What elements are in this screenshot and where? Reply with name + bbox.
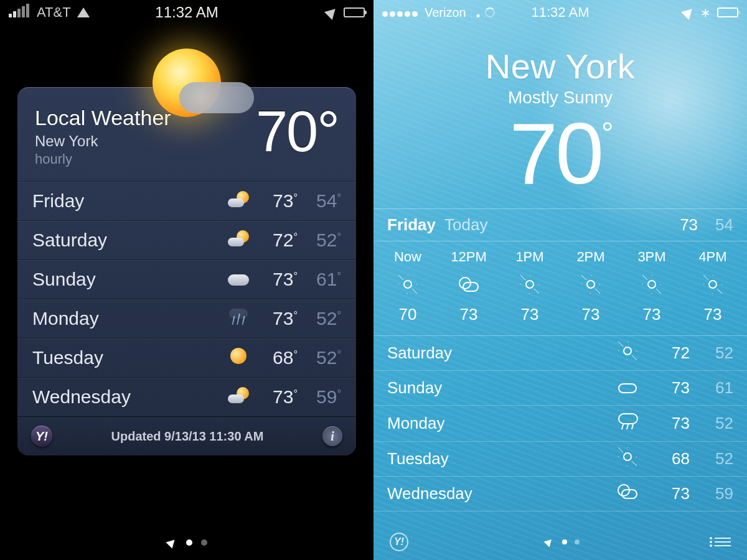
day-label: Sunday [32,269,223,290]
day-label: Tuesday [387,449,609,469]
hour-cell: 4PM 73 [682,249,743,324]
rain-icon [609,413,646,434]
high-temp: 73 [646,378,690,398]
cloudy-icon [609,378,646,398]
day-label: Monday [32,308,223,329]
low-temp: 52 [690,343,733,363]
partly-cloudy-icon [223,386,254,408]
hour-temp: 73 [560,305,621,324]
sunny-icon [499,274,560,295]
high-temp: 73 [646,484,690,503]
yahoo-icon[interactable]: Y! [390,533,408,551]
rain-icon [223,308,254,329]
city-label: New York [374,46,747,86]
sunny-icon [621,274,682,295]
updated-label: Updated 9/13/13 11:30 AM [111,429,264,444]
day-label: Monday [387,414,609,433]
info-icon[interactable]: i [322,426,342,446]
today-label: Today [444,215,487,235]
ios7-weather-screen[interactable]: Verizon 11:32 AM ∗ New York Mostly Sunny… [374,0,747,560]
hour-label: Now [377,249,438,265]
hourly-link[interactable]: hourly [35,151,171,167]
page-dot[interactable] [186,539,192,546]
day-label: Wednesday [32,386,223,408]
clock-label: 11:32 AM [0,4,374,21]
hour-temp: 73 [621,305,682,324]
page-dot[interactable] [575,539,580,544]
sunny-icon [377,274,438,295]
hour-label: 2PM [560,249,621,265]
page-dot[interactable] [201,539,207,546]
yahoo-icon[interactable]: Y! [31,426,52,447]
forecast-row: Monday 73 52 [374,406,747,442]
partly-cloudy-icon [438,274,499,295]
low-temp: 61 [690,378,733,398]
low-temp: 52 [690,414,733,433]
forecast-list: Friday 73 54 Saturday 72 52 Sunday 73 61… [17,181,356,416]
low-temp: 52 [298,347,341,368]
current-temp: 70° [256,106,339,157]
forecast-row[interactable]: Monday 73 52 [17,299,356,338]
partly-cloudy-icon [609,484,646,503]
forecast-row: Wednesday 73 59 [374,477,747,511]
hourly-forecast[interactable]: Now 70 12PM 73 1PM 73 2PM 73 3PM 73 4PM … [374,241,747,336]
forecast-row[interactable]: Friday 73 54 [17,181,356,220]
page-indicator[interactable] [543,537,580,547]
low-temp: 59 [298,386,341,408]
battery-icon [344,7,365,17]
ios6-weather-screen: AT&T 11:32 AM Local Weather New York hou… [0,0,374,560]
forecast-row[interactable]: Sunday 73 61 [17,259,356,299]
daily-forecast[interactable]: Saturday 72 52 Sunday 73 61 Monday 73 52… [374,336,747,511]
high-temp: 72 [254,230,298,251]
sunny-icon [609,449,646,469]
hour-temp: 73 [499,305,560,324]
hour-cell: 12PM 73 [438,249,499,324]
low-temp: 52 [298,308,341,329]
low-temp: 59 [690,484,733,503]
day-label: Saturday [32,230,223,251]
low-temp: 54 [298,190,341,212]
forecast-row[interactable]: Tuesday 68 52 [17,338,356,377]
partly-cloudy-icon [223,190,254,212]
forecast-row: Saturday 72 52 [374,336,747,371]
today-high: 73 [680,215,698,235]
status-bar: Verizon 11:32 AM ∗ [374,0,747,25]
hour-temp: 70 [377,305,438,324]
high-temp: 73 [254,308,298,329]
high-temp: 73 [254,269,298,290]
city-label: New York [35,133,171,150]
high-temp: 68 [254,347,298,368]
hour-cell: 1PM 73 [499,249,560,324]
cloud-icon [179,82,254,113]
day-label: Friday [32,190,223,212]
location-page-icon[interactable] [544,537,555,548]
hour-label: 3PM [621,249,682,265]
list-button-icon[interactable] [715,538,731,546]
hour-cell: 3PM 73 [621,249,682,324]
sunny-icon [609,343,646,363]
hour-label: 12PM [438,249,499,265]
title-label: Local Weather [35,106,171,130]
day-label: Sunday [387,378,609,398]
partly-cloudy-icon [223,230,254,251]
high-temp: 73 [254,190,298,212]
forecast-row: Sunday 73 61 [374,371,747,406]
today-summary-row: Friday Today 73 54 [374,208,747,241]
forecast-row[interactable]: Saturday 72 52 [17,220,356,259]
low-temp: 52 [690,449,733,469]
location-page-icon[interactable] [166,536,177,548]
hour-temp: 73 [438,305,499,324]
page-dot[interactable] [562,539,567,544]
sunny-icon [223,347,254,368]
header: New York Mostly Sunny 70° [374,46,747,197]
forecast-row[interactable]: Wednesday 73 59 [17,377,356,416]
hour-cell: 2PM 73 [560,249,621,324]
card-footer: Y! Updated 9/13/13 11:30 AM i [17,416,356,455]
hour-label: 1PM [499,249,560,265]
battery-icon [717,7,738,17]
hour-temp: 73 [682,305,743,324]
sunny-icon [560,274,621,295]
page-indicator[interactable] [0,538,374,548]
cloudy-icon [223,269,254,290]
weather-card[interactable]: Local Weather New York hourly 70° Friday… [17,87,356,455]
